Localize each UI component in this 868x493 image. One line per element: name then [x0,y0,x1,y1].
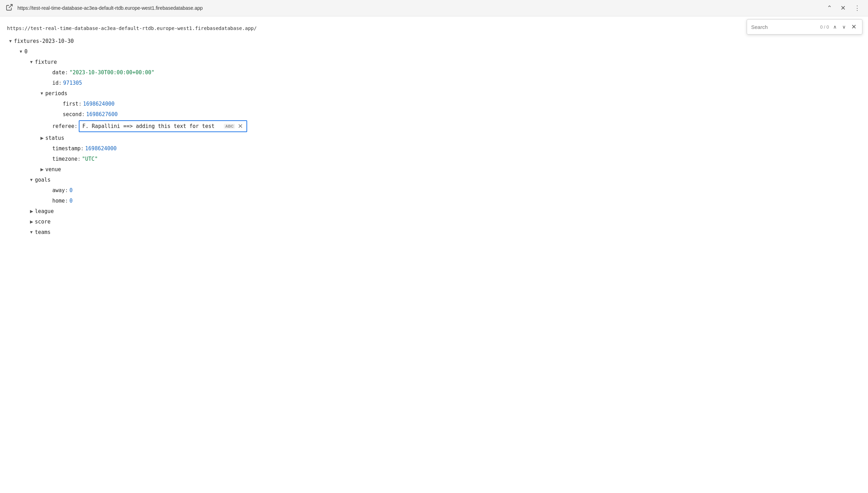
venue-key: venue [45,166,61,173]
search-panel: 0 / 0 ∧ ∨ ✕ [747,19,862,35]
away-row: away : 0 [7,185,868,196]
second-val: 1698627600 [86,111,117,117]
teams-row: teams [7,227,868,237]
db-url-text: https://test-real-time-database-ac3ea-de… [7,23,257,35]
referee-clear-btn[interactable]: ✕ [237,122,244,130]
timezone-val: "UTC" [82,156,98,162]
referee-row: referee : ABC ✕ [7,120,868,133]
search-prev-btn[interactable]: ∧ [832,23,838,30]
status-key: status [45,135,64,141]
periods-toggle[interactable] [38,90,45,97]
date-val: "2023-10-30T00:00:00+00:00" [69,69,154,76]
root-toggle[interactable] [7,38,14,45]
periods-row: periods [7,88,868,99]
close-btn[interactable]: ✕ [838,4,848,12]
status-toggle[interactable] [38,135,45,142]
index0-key: 0 [24,48,28,55]
score-row: score [7,217,868,227]
root-key: fixtures-2023-10-30 [14,38,74,44]
fixture-key: fixture [35,59,57,65]
address-bar: https://test-real-time-database-ac3ea-de… [0,0,868,16]
search-count: 0 / 0 [820,24,829,30]
league-row: league [7,206,868,217]
first-row: first : 1698624000 [7,99,868,109]
share-icon [6,3,13,13]
abc-badge: ABC [224,124,235,129]
second-row: second : 1698627600 [7,109,868,120]
teams-key: teams [35,229,51,235]
teams-toggle[interactable] [28,229,35,236]
timezone-row: timezone : "UTC" [7,154,868,164]
second-key: second [63,111,82,117]
id-val: 971305 [63,80,82,86]
goals-row: goals [7,175,868,185]
resize-up-btn[interactable]: ⌃ [825,4,834,12]
search-close-btn[interactable]: ✕ [850,22,858,31]
goals-toggle[interactable] [28,176,35,183]
db-url-row: https://test-real-time-database-ac3ea-de… [7,22,868,36]
referee-edit-wrapper: ABC ✕ [79,120,247,132]
home-key: home [52,198,65,204]
root-row: fixtures-2023-10-30 [7,36,868,46]
date-key: date [52,69,65,76]
league-key: league [35,208,54,214]
venue-toggle[interactable] [38,166,45,173]
referee-edit-input[interactable] [82,123,222,129]
periods-key: periods [45,90,67,97]
search-next-btn[interactable]: ∨ [841,23,847,30]
date-row: date : "2023-10-30T00:00:00+00:00" [7,67,868,78]
away-key: away [52,187,65,194]
away-val: 0 [69,187,73,194]
search-input[interactable] [751,24,817,30]
index0-row: 0 [7,46,868,57]
id-key: id [52,80,59,86]
status-row: status [7,133,868,143]
index0-toggle[interactable] [17,48,24,55]
address-url[interactable]: https://test-real-time-database-ac3ea-de… [17,5,821,11]
venue-row: venue [7,164,868,175]
score-toggle[interactable] [28,218,35,225]
timestamp-row: timestamp : 1698624000 [7,143,868,154]
home-row: home : 0 [7,196,868,206]
score-key: score [35,219,51,225]
menu-btn[interactable]: ⋮ [852,4,862,12]
main-content: https://test-real-time-database-ac3ea-de… [0,16,868,243]
league-toggle[interactable] [28,208,35,215]
first-key: first [63,101,78,107]
fixture-row: fixture [7,57,868,67]
id-row: id : 971305 [7,78,868,88]
timezone-key: timezone [52,156,77,162]
home-val: 0 [69,198,73,204]
first-val: 1698624000 [83,101,114,107]
timestamp-val: 1698624000 [85,145,116,152]
referee-key: referee [52,123,74,129]
svg-line-0 [9,5,12,8]
timestamp-key: timestamp [52,145,81,152]
fixture-toggle[interactable] [28,59,35,66]
goals-key: goals [35,177,51,183]
